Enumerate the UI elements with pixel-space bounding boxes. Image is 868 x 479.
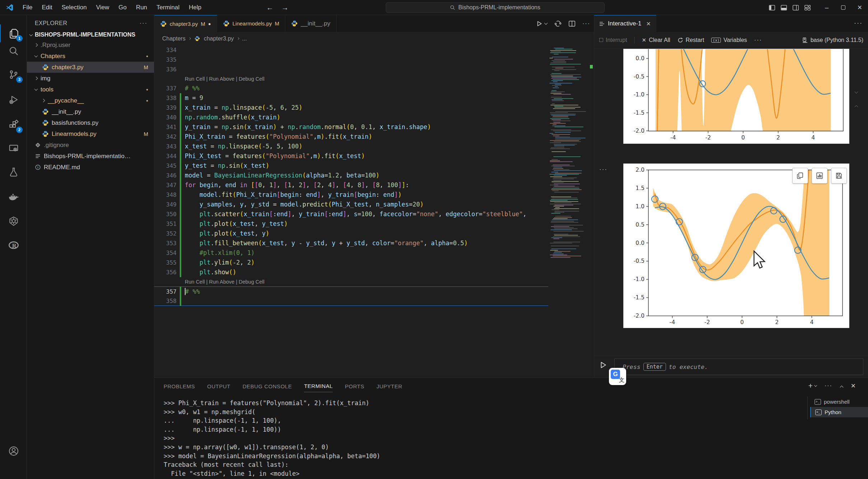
panel-tab-ports[interactable]: PORTS (345, 380, 364, 392)
run-input-icon[interactable] (599, 361, 607, 369)
code-line-354[interactable]: 354 #plt.xlim(0, 1) (154, 248, 548, 258)
code-editor[interactable]: 334335336Run Cell | Run Above | Debug Ce… (154, 45, 548, 378)
close-icon[interactable]: ✕ (646, 20, 651, 27)
code-line-357[interactable]: 357# %% (154, 286, 548, 296)
folder-tools[interactable]: tools● (27, 84, 154, 95)
save-plot-button[interactable] (831, 168, 847, 184)
tab-chapter3-py[interactable]: chapter3.pyM● (154, 15, 217, 32)
r-tools-activity-icon[interactable]: R (0, 237, 27, 255)
codelens-run-above[interactable]: Run Above (209, 76, 234, 82)
panel-tab-jupyter[interactable]: JUPYTER (376, 380, 402, 392)
code-line-346[interactable]: 346model = BayesianLinearRegression(alph… (154, 171, 548, 180)
tab--init-py[interactable]: __init__.py (285, 15, 336, 32)
source-control-activity-icon[interactable]: 3 (0, 66, 27, 84)
toggle-sidebar-icon[interactable] (769, 5, 775, 10)
toolbar-more-button[interactable]: ··· (754, 37, 762, 43)
explorer-activity-icon[interactable]: 1 (0, 24, 27, 42)
terminal-output[interactable]: >>> Phi_X_train = features("Polynomial",… (164, 399, 788, 478)
folder--rproj-user[interactable]: .Rproj.user (27, 39, 154, 51)
code-line-336[interactable]: 336 (154, 65, 548, 74)
restart-button[interactable]: Restart (677, 37, 704, 43)
google-translate-icon[interactable]: G文 (609, 368, 626, 385)
code-line-353[interactable]: 353 plt.fill_between(x_test, y - y_std, … (154, 238, 548, 248)
toggle-secondary-sidebar-icon[interactable] (793, 5, 799, 10)
kernel-picker[interactable]: base (Python 3.11.5) (802, 37, 863, 43)
panel-tab-output[interactable]: OUTPUT (207, 380, 230, 392)
nav-back-button[interactable]: ← (266, 4, 273, 12)
code-line-335[interactable]: 335 (154, 55, 548, 65)
interactive-more-button[interactable]: ··· (854, 19, 863, 27)
code-line-352[interactable]: 352 plt.plot(x_test, y) (154, 229, 548, 238)
close-button[interactable]: × (851, 0, 868, 15)
maximize-panel-icon[interactable] (840, 383, 843, 389)
codelens-debug-cell[interactable]: Debug Cell (239, 279, 264, 285)
menu-go[interactable]: Go (114, 3, 131, 13)
minimap[interactable] (548, 45, 589, 260)
menu-file[interactable]: File (19, 3, 36, 13)
code-line-342[interactable]: 342Phi_X_train = features("Polynomial",m… (154, 132, 548, 142)
remote-explorer-activity-icon[interactable] (0, 140, 27, 158)
breadcrumb[interactable]: Chapterschapter3.py... (154, 32, 594, 45)
minimize-button[interactable]: – (818, 0, 835, 15)
cell-more-button[interactable]: ··· (599, 166, 607, 173)
code-line-351[interactable]: 351 plt.plot(x_test, y_test) (154, 219, 548, 229)
folder-img[interactable]: img (27, 73, 154, 84)
open-plot-viewer-button[interactable] (812, 168, 827, 184)
close-panel-icon[interactable]: ✕ (851, 382, 856, 390)
codelens-debug-cell[interactable]: Debug Cell (239, 76, 264, 82)
panel-tab-debug-console[interactable]: DEBUG CONSOLE (243, 380, 292, 392)
file-bishops-prml-implementations-rp-[interactable]: Bishops-PRML-implementations.Rp... (27, 151, 154, 162)
breadcrumb-item[interactable]: chapter3.py (204, 35, 234, 42)
file-chapter3-py[interactable]: chapter3.pyM (27, 62, 154, 73)
code-line-344[interactable]: 344Phi_X_test = features("Polynomial",m)… (154, 151, 548, 161)
account-activity-icon[interactable] (0, 442, 27, 460)
tab-linearmodels-py[interactable]: Linearmodels.pyM (217, 15, 286, 32)
code-line-340[interactable]: 340np.random.shuffle(x_train) (154, 113, 548, 122)
variables-button[interactable]: (x) Variables (711, 37, 747, 43)
run-file-button[interactable] (536, 20, 547, 27)
panel-tab-terminal[interactable]: TERMINAL (304, 379, 333, 392)
testing-activity-icon[interactable] (0, 163, 27, 181)
explorer-more-button[interactable]: ··· (140, 20, 147, 27)
menu-selection[interactable]: Selection (58, 3, 91, 13)
code-line-337[interactable]: 337# %% (154, 84, 548, 93)
extensions-activity-icon[interactable]: 2 (0, 116, 27, 134)
file-basisfunctions-py[interactable]: basisfunctions.py (27, 117, 154, 128)
dirty-dot-icon[interactable]: ● (208, 21, 211, 27)
interrupt-button[interactable]: Interrupt (599, 37, 627, 43)
codelens-run-cell[interactable]: Run Cell (185, 279, 205, 285)
scroll-down-icon[interactable] (855, 89, 858, 95)
interactive-input-field[interactable]: Press Enter to execute. (614, 359, 863, 375)
terminal-item-powershell[interactable]: >_powershell (810, 397, 868, 407)
code-line-347[interactable]: 347for begin, end in [[0, 1], [1, 2], [2… (154, 180, 548, 190)
breadcrumb-item[interactable]: ... (242, 35, 247, 42)
codelens-run-above[interactable]: Run Above (209, 279, 234, 285)
code-line-334[interactable]: 334 (154, 45, 548, 55)
code-line-356[interactable]: 356 plt.show() (154, 267, 548, 277)
menu-help[interactable]: Help (185, 3, 205, 13)
menu-terminal[interactable]: Terminal (153, 3, 183, 13)
codelens-run-cell[interactable]: Run Cell (185, 76, 205, 82)
restore-button[interactable] (835, 0, 851, 15)
breadcrumb-item[interactable]: Chapters (162, 35, 186, 42)
menu-edit[interactable]: Edit (38, 3, 56, 13)
code-line-349[interactable]: 349 y_samples, y, y_std = model.predict(… (154, 200, 548, 209)
folder-chapters[interactable]: Chapters● (27, 51, 154, 62)
explorer-root-folder[interactable]: BISHOPS-PRML-IMPLEMENTATIONS (27, 30, 154, 39)
terminal-item-python[interactable]: >_Python (810, 407, 868, 417)
code-line-339[interactable]: 339x_train = np.linspace(-5, 6, 25) (154, 103, 548, 113)
editor-more-button[interactable]: ··· (582, 20, 590, 27)
folder--pycache-[interactable]: __pycache__● (27, 95, 154, 106)
code-line-345[interactable]: 345y_test = np.sin(x_test) (154, 161, 548, 171)
file--gitignore[interactable]: .gitignore (27, 139, 154, 151)
split-editor-icon[interactable] (569, 21, 575, 27)
panel-tab-problems[interactable]: PROBLEMS (164, 380, 195, 392)
code-line-348[interactable]: 348 model.fit(Phi_X_train[begin: end], y… (154, 190, 548, 200)
panel-more-button[interactable]: ··· (825, 383, 832, 389)
code-line-338[interactable]: 338m = 9 (154, 93, 548, 103)
file--init-py[interactable]: __init__.py (27, 106, 154, 117)
toggle-panel-icon[interactable] (781, 5, 787, 10)
code-line-355[interactable]: 355 plt.ylim(-2, 2) (154, 258, 548, 267)
nav-forward-button[interactable]: → (281, 4, 288, 12)
menu-view[interactable]: View (92, 3, 113, 13)
